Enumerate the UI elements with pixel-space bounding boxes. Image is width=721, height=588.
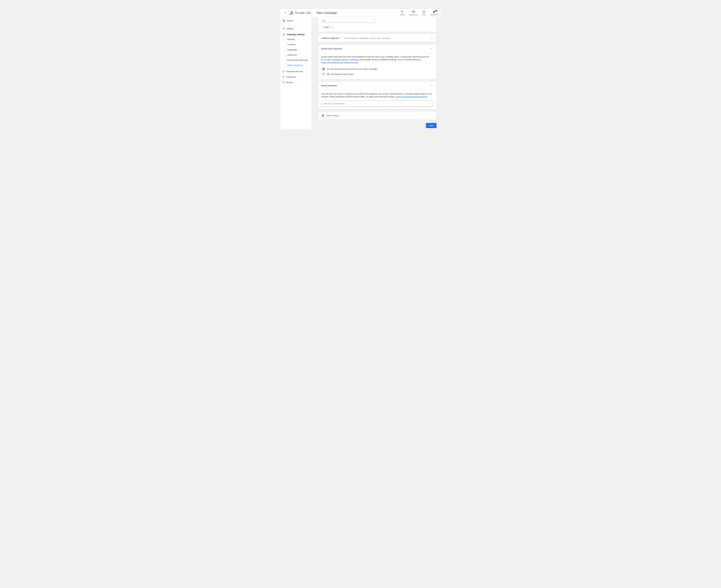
close-icon [284, 12, 287, 14]
subnav-languages[interactable]: Languages [285, 47, 310, 52]
pageview-icon [283, 19, 285, 22]
step-bidding[interactable]: Bidding [281, 26, 310, 31]
sidebar-search-label: Search [287, 20, 293, 22]
sidebar-search[interactable]: Search [281, 19, 310, 24]
subnav-audiences[interactable]: Audiences [285, 52, 310, 58]
more-settings-button[interactable]: More settings [318, 111, 436, 120]
app-frame: Google Ads New campaign Search Appearanc… [280, 9, 441, 130]
brand-light: Ads [306, 11, 311, 15]
step-campaign-settings[interactable]: Campaign settings [281, 31, 310, 37]
broad-match-description: Broad match keywords work with Smart Bid… [321, 55, 433, 61]
header-appearance[interactable]: Appearance [409, 10, 418, 16]
header-actions: Search Appearance Help Notifications [400, 10, 438, 16]
panel-title: Broad match keywords [321, 47, 344, 50]
gear-icon [321, 114, 325, 117]
broad-match-body: Broad match keywords work with Smart Bid… [318, 53, 436, 79]
broad-match-panel: Broad match keywords Broad match keyword… [318, 44, 436, 79]
svg-point-0 [290, 14, 291, 15]
audience-segments-panel: Audience segments Select audience segmen… [318, 34, 436, 42]
radio-broad-match-off[interactable]: Off: Use keyword match types [321, 71, 433, 77]
subnav-network[interactable]: Network [285, 37, 310, 42]
radio-unselected-icon [322, 73, 325, 76]
check-circle-icon [283, 33, 285, 36]
campaign-settings-subnav: Network Locations Languages Audiences Br… [285, 37, 310, 68]
close-button[interactable] [283, 10, 288, 16]
language-chip-english[interactable]: English [321, 25, 335, 29]
header-appearance-label: Appearance [409, 14, 418, 16]
empty-step-icon [283, 76, 285, 78]
empty-step-icon [283, 70, 285, 72]
step-campaign-settings-label: Campaign settings [287, 33, 305, 36]
brand-bold: Google [295, 11, 305, 15]
step-extensions[interactable]: Extensions [281, 74, 310, 80]
step-bidding-label: Bidding [287, 27, 293, 30]
google-ads-logo [289, 10, 293, 15]
brand-lists-input[interactable] [321, 101, 433, 107]
broad-match-learn-more-link[interactable]: Learn more about broad match keywords [321, 61, 358, 64]
step-keywords-ads[interactable]: Keywords and ads [281, 69, 310, 74]
audience-segments-header[interactable]: Audience segments Select audience segmen… [318, 34, 436, 42]
header-notifications-label: Notifications [429, 14, 438, 16]
brand-restrictions-header[interactable]: Brand restrictions [318, 82, 436, 90]
sidebar: Search Bidding Campaign settings Network… [280, 17, 312, 130]
brand-restrictions-body: Your ads will only show on searches that… [318, 90, 436, 109]
search-icon [323, 19, 326, 22]
panel-title: Audience segments [321, 37, 344, 39]
radio-label: On: Use broad match keywords for your en… [327, 68, 377, 70]
language-search-input[interactable] [321, 19, 375, 23]
chevron-up-icon [430, 84, 433, 87]
step-review-label: Review [286, 81, 293, 84]
header: Google Ads New campaign Search Appearanc… [280, 9, 441, 17]
close-icon[interactable] [331, 26, 333, 28]
subnav-locations[interactable]: Locations [285, 42, 310, 47]
header-search-label: Search [400, 14, 405, 16]
empty-step-icon [283, 81, 285, 83]
appearance-icon [412, 10, 415, 14]
brand-restrictions-panel: Brand restrictions Your ads will only sh… [318, 81, 436, 109]
header-search[interactable]: Search [400, 10, 405, 16]
header-notifications[interactable]: Notifications [429, 10, 438, 16]
notification-alert-badge [435, 10, 437, 12]
header-help-label: Help [422, 14, 426, 16]
broad-match-radio-group: On: Use broad match keywords for your en… [321, 66, 433, 77]
chevron-down-icon [430, 37, 433, 40]
more-settings-label: More settings [327, 114, 339, 117]
body: Search Bidding Campaign settings Network… [280, 17, 441, 130]
panel-hint: Select audience segments to add to your … [344, 37, 390, 39]
search-icon [401, 10, 404, 14]
step-extensions-label: Extensions [286, 76, 296, 78]
more-settings-panel: More settings [318, 111, 436, 120]
svg-point-3 [283, 34, 285, 36]
brand-text: Google Ads [295, 11, 311, 15]
help-icon [422, 10, 426, 14]
radio-label: Off: Use keyword match types [327, 73, 354, 76]
radio-broad-match-on[interactable]: On: Use broad match keywords for your en… [321, 66, 433, 71]
step-review[interactable]: Review [281, 80, 310, 85]
page-title: New campaign [316, 11, 337, 15]
chip-label: English [324, 26, 330, 28]
subnav-broad-match[interactable]: Broad match keywords [285, 58, 310, 63]
alert-icon [436, 10, 437, 12]
radio-selected-icon [322, 68, 325, 70]
bell-icon [432, 10, 436, 14]
languages-card: English [318, 17, 436, 32]
header-help[interactable]: Help [422, 10, 426, 16]
brand-restrictions-learn-more-link[interactable]: Learn more about brand restrictions [396, 96, 428, 98]
panel-title: Brand restrictions [321, 84, 344, 87]
check-circle-icon [283, 27, 285, 30]
subnav-brand-restrictions[interactable]: Brand restrictions [285, 63, 310, 68]
footer: Next [318, 123, 436, 128]
header-left: Google Ads New campaign [283, 10, 337, 16]
step-keywords-ads-label: Keywords and ads [286, 70, 303, 72]
next-button[interactable]: Next [426, 123, 436, 128]
broad-match-header[interactable]: Broad match keywords [318, 44, 436, 53]
main-content[interactable]: English Audience segments Select audienc… [312, 17, 441, 130]
chevron-up-icon [430, 47, 433, 50]
svg-point-2 [283, 28, 285, 30]
